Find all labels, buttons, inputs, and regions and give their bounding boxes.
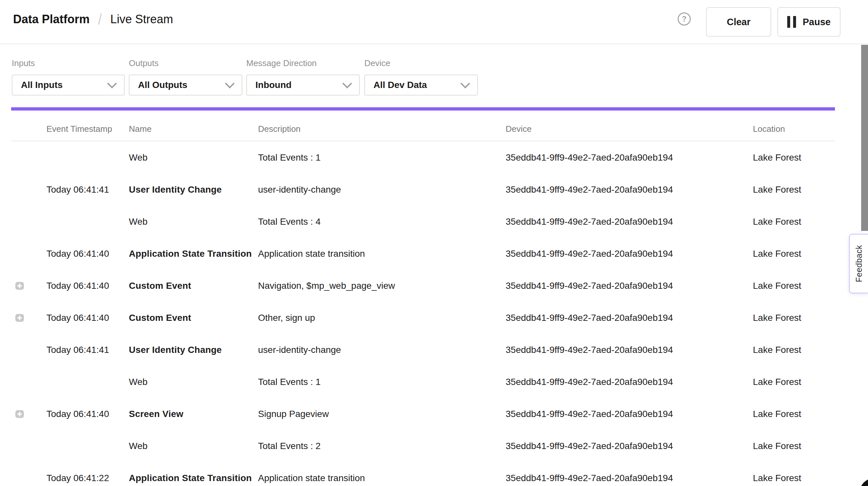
message-direction-dropdown[interactable]: Inbound <box>246 74 360 95</box>
expand-plus-icon[interactable] <box>16 410 24 418</box>
event-device-id: 35eddb41-9ff9-49e2-7aed-20afa90eb194 <box>506 313 673 323</box>
column-header-device: Device <box>506 124 531 134</box>
event-name: Web <box>129 152 148 163</box>
filter-group-device: Device All Dev Data <box>364 58 478 95</box>
event-row: Web Total Events : 4 35eddb41-9ff9-49e2-… <box>0 206 868 238</box>
chevron-down-icon <box>342 79 352 88</box>
event-description: Other, sign up <box>258 313 315 323</box>
event-timestamp: Today 06:41:22 <box>46 473 109 483</box>
outputs-dropdown[interactable]: All Outputs <box>129 74 242 95</box>
event-location: Lake Forest <box>753 184 801 195</box>
expand-plus-icon[interactable] <box>16 282 24 290</box>
event-description: Application state transition <box>258 473 365 483</box>
event-timestamp: Today 06:41:41 <box>46 184 109 195</box>
filter-label-inputs: Inputs <box>12 58 125 69</box>
event-timestamp: Today 06:41:40 <box>46 409 109 419</box>
expand-plus-icon[interactable] <box>16 314 24 322</box>
event-location: Lake Forest <box>753 152 801 163</box>
event-row: Web Total Events : 2 35eddb41-9ff9-49e2-… <box>0 430 868 462</box>
event-name: Screen View <box>129 409 184 419</box>
event-device-id: 35eddb41-9ff9-49e2-7aed-20afa90eb194 <box>506 281 673 291</box>
clear-button-label: Clear <box>727 17 751 28</box>
page-header: Data Platform / Live Stream ? Clear Paus… <box>0 0 868 44</box>
event-location: Lake Forest <box>753 281 801 291</box>
event-description: Application state transition <box>258 248 365 259</box>
event-row: Web Total Events : 1 35eddb41-9ff9-49e2-… <box>0 366 868 398</box>
event-location: Lake Forest <box>753 409 801 419</box>
event-row: Today 06:41:40 Application State Transit… <box>0 238 868 270</box>
event-name: Custom Event <box>129 313 191 323</box>
event-device-id: 35eddb41-9ff9-49e2-7aed-20afa90eb194 <box>506 409 673 419</box>
chevron-down-icon <box>461 79 470 88</box>
filter-label-outputs: Outputs <box>129 58 242 69</box>
clear-button[interactable]: Clear <box>706 7 771 37</box>
event-device-id: 35eddb41-9ff9-49e2-7aed-20afa90eb194 <box>506 184 673 195</box>
column-header-description: Description <box>258 124 301 134</box>
help-glyph: ? <box>682 15 686 24</box>
event-device-id: 35eddb41-9ff9-49e2-7aed-20afa90eb194 <box>506 248 673 259</box>
event-description: Total Events : 1 <box>258 152 320 163</box>
event-table-body: Web Total Events : 1 35eddb41-9ff9-49e2-… <box>0 142 868 486</box>
device-dropdown-value: All Dev Data <box>373 80 427 90</box>
event-device-id: 35eddb41-9ff9-49e2-7aed-20afa90eb194 <box>506 473 673 483</box>
event-location: Lake Forest <box>753 313 801 323</box>
scrollbar-thumb[interactable] <box>861 45 868 231</box>
feedback-tab[interactable]: Feedback <box>849 234 868 293</box>
event-name: Application State Transition <box>129 473 252 483</box>
event-location: Lake Forest <box>753 248 801 259</box>
breadcrumb-separator-icon: / <box>98 11 102 28</box>
event-row: Web Total Events : 1 35eddb41-9ff9-49e2-… <box>0 142 868 174</box>
filter-label-message-direction: Message Direction <box>246 58 360 69</box>
event-location: Lake Forest <box>753 473 801 483</box>
event-row[interactable]: Today 06:41:40 Custom Event Navigation, … <box>0 270 868 302</box>
event-timestamp: Today 06:41:40 <box>46 281 109 291</box>
event-description: Signup Pageview <box>258 409 329 419</box>
breadcrumb-section[interactable]: Data Platform <box>13 12 90 26</box>
inputs-dropdown-value: All Inputs <box>21 80 63 90</box>
filter-group-message-direction: Message Direction Inbound <box>246 58 360 95</box>
filter-group-inputs: Inputs All Inputs <box>12 58 125 95</box>
event-name: Custom Event <box>129 281 191 291</box>
breadcrumb: Data Platform / Live Stream <box>13 0 173 39</box>
event-device-id: 35eddb41-9ff9-49e2-7aed-20afa90eb194 <box>506 377 673 387</box>
event-row: Today 06:41:41 User Identity Change user… <box>0 174 868 206</box>
pause-button[interactable]: Pause <box>777 7 840 37</box>
event-location: Lake Forest <box>753 441 801 451</box>
event-location: Lake Forest <box>753 377 801 387</box>
event-row: Today 06:41:41 User Identity Change user… <box>0 334 868 366</box>
event-timestamp: Today 06:41:40 <box>46 313 109 323</box>
event-name: Web <box>129 441 148 451</box>
inputs-dropdown[interactable]: All Inputs <box>12 74 125 95</box>
pause-icon <box>787 16 796 28</box>
page-title: Live Stream <box>110 12 173 26</box>
column-header-event-timestamp: Event Timestamp <box>46 124 112 134</box>
event-device-id: 35eddb41-9ff9-49e2-7aed-20afa90eb194 <box>506 152 673 163</box>
event-timestamp: Today 06:41:40 <box>46 248 109 259</box>
help-icon[interactable]: ? <box>678 12 691 26</box>
table-header-divider <box>11 141 835 141</box>
column-header-location: Location <box>753 124 785 134</box>
event-location: Lake Forest <box>753 345 801 355</box>
event-description: Total Events : 4 <box>258 216 320 227</box>
feedback-tab-label: Feedback <box>854 245 864 282</box>
event-row: Today 06:41:22 Application State Transit… <box>0 462 868 486</box>
event-description: Navigation, $mp_web_page_view <box>258 281 395 291</box>
event-device-id: 35eddb41-9ff9-49e2-7aed-20afa90eb194 <box>506 345 673 355</box>
device-dropdown[interactable]: All Dev Data <box>364 74 478 95</box>
event-location: Lake Forest <box>753 216 801 227</box>
chevron-down-icon <box>107 79 117 88</box>
pause-button-label: Pause <box>803 17 830 28</box>
event-name: Application State Transition <box>129 248 252 259</box>
event-name: Web <box>129 216 148 227</box>
event-description: user-identity-change <box>258 184 341 195</box>
event-row[interactable]: Today 06:41:40 Screen View Signup Pagevi… <box>0 398 868 430</box>
event-name: User Identity Change <box>129 184 222 195</box>
event-name: User Identity Change <box>129 345 222 355</box>
event-description: Total Events : 2 <box>258 441 320 451</box>
filter-group-outputs: Outputs All Outputs <box>129 58 242 95</box>
filter-label-device: Device <box>364 58 478 69</box>
message-direction-dropdown-value: Inbound <box>255 80 291 90</box>
outputs-dropdown-value: All Outputs <box>138 80 187 90</box>
event-row[interactable]: Today 06:41:40 Custom Event Other, sign … <box>0 302 868 334</box>
event-timestamp: Today 06:41:41 <box>46 345 109 355</box>
